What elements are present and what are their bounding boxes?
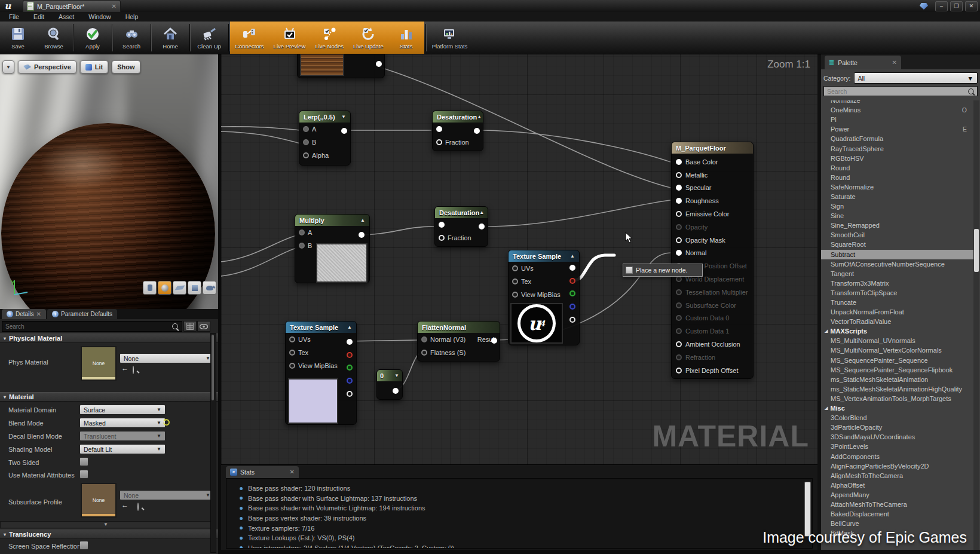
section-translucency[interactable]: ▾ Translucency bbox=[0, 529, 218, 539]
palette-item[interactable]: UnpackNormalFromFloat bbox=[821, 307, 975, 317]
details-search-input[interactable] bbox=[2, 323, 172, 330]
palette-item[interactable]: Normalize bbox=[821, 100, 975, 105]
output-pin-b[interactable] bbox=[569, 304, 575, 310]
palette-item[interactable]: SumOfAConsecutiveNumberSequence bbox=[821, 259, 975, 269]
input-pin[interactable] bbox=[289, 363, 295, 369]
close-button[interactable]: ✕ bbox=[965, 1, 978, 11]
input-pin[interactable] bbox=[676, 237, 682, 243]
preview-viewport[interactable]: ▼ Perspective Lit Show Y bbox=[0, 54, 218, 309]
input-pin[interactable] bbox=[421, 350, 427, 356]
platform-stats-button[interactable]: Platform Stats bbox=[427, 22, 473, 54]
input-pin[interactable] bbox=[436, 126, 442, 132]
menu-item[interactable]: Edit bbox=[27, 13, 51, 20]
input-pin[interactable] bbox=[676, 159, 682, 165]
palette-item[interactable]: Sine bbox=[821, 211, 975, 221]
output-pin-g[interactable] bbox=[569, 290, 575, 296]
palette-item[interactable]: MS_SequencePainter_SequenceFlipbook bbox=[821, 365, 975, 375]
restore-button[interactable]: ❐ bbox=[950, 1, 963, 11]
output-pin[interactable] bbox=[393, 388, 399, 394]
palette-item[interactable]: Sign bbox=[821, 201, 975, 211]
palette-item[interactable]: TransformToClipSpace bbox=[821, 288, 975, 298]
visibility-button[interactable] bbox=[197, 321, 210, 332]
clean-up-button[interactable]: Clean Up bbox=[191, 22, 227, 54]
material-domain-select[interactable]: Surface▼ bbox=[79, 405, 166, 415]
category-select[interactable]: All▼ bbox=[854, 72, 978, 84]
section-material[interactable]: ▾ Material bbox=[0, 392, 218, 402]
palette-tab[interactable]: ≣ Palette ✕ bbox=[825, 56, 901, 69]
show-button[interactable]: Show bbox=[112, 60, 140, 74]
palette-item[interactable]: Pi bbox=[821, 115, 975, 124]
input-pin[interactable] bbox=[303, 152, 309, 158]
stats-tab[interactable]: » Stats ✕ bbox=[226, 466, 299, 478]
palette-item[interactable]: MS_MultiNormal_UVnormals bbox=[821, 336, 975, 345]
palette-item[interactable]: AlphaOffset bbox=[821, 480, 975, 490]
reset-to-default-icon[interactable] bbox=[163, 418, 170, 426]
palette-item[interactable]: Power E bbox=[821, 124, 975, 134]
advanced-expander[interactable]: ▼ bbox=[0, 521, 212, 528]
palette-item[interactable]: AlignFacingParticlesByVelocity2D bbox=[821, 461, 975, 471]
stats-toggle[interactable]: Stats bbox=[388, 22, 424, 54]
collapse-icon[interactable]: ▼ bbox=[394, 373, 399, 378]
browse-to-asset-icon[interactable] bbox=[137, 503, 139, 511]
preview-shape-sphere-button[interactable] bbox=[158, 281, 172, 295]
live-nodes-toggle[interactable]: Live Nodes bbox=[310, 22, 348, 54]
palette-item[interactable]: AlignMeshToTheCamera bbox=[821, 471, 975, 480]
details-search[interactable] bbox=[2, 321, 182, 332]
node-lerp[interactable]: Lerp(,,0.5)▼ ABAlpha bbox=[299, 111, 351, 166]
palette-item[interactable]: RayTracedSphere bbox=[821, 143, 975, 153]
collapse-icon[interactable]: ▼ bbox=[341, 114, 346, 120]
palette-item[interactable]: QuadraticFormula bbox=[821, 134, 975, 143]
preview-shape-mesh-button[interactable] bbox=[203, 281, 216, 295]
palette-search[interactable] bbox=[823, 86, 978, 96]
menu-item[interactable]: Help bbox=[119, 13, 145, 20]
connectors-toggle[interactable]: Connectors bbox=[230, 22, 269, 54]
input-pin[interactable] bbox=[436, 139, 442, 145]
input-pin[interactable] bbox=[676, 341, 682, 347]
node-constant-0[interactable]: 0▼ bbox=[376, 369, 403, 400]
input-pin[interactable] bbox=[512, 292, 518, 298]
input-pin[interactable] bbox=[299, 243, 305, 249]
input-pin[interactable] bbox=[676, 185, 682, 191]
input-pin[interactable] bbox=[676, 354, 682, 360]
scrollbar-thumb[interactable] bbox=[974, 229, 979, 272]
live-preview-toggle[interactable]: Live Preview bbox=[269, 22, 311, 54]
palette-item[interactable]: Sine_Remapped bbox=[821, 221, 975, 230]
output-pin-a[interactable] bbox=[347, 391, 353, 397]
collapse-icon[interactable]: ▲ bbox=[479, 210, 484, 215]
palette-item[interactable]: MS_SequencePainter_Sequence bbox=[821, 356, 975, 365]
tab-parameter-defaults[interactable]: i Parameter Defaults bbox=[47, 309, 117, 319]
palette-item[interactable]: Tangent bbox=[821, 269, 975, 278]
palette-item[interactable]: 3ColorBlend bbox=[821, 413, 975, 423]
view-options-grid-button[interactable] bbox=[183, 321, 197, 332]
blend-mode-select[interactable]: Masked▼ bbox=[79, 418, 166, 428]
output-pin-r[interactable] bbox=[569, 278, 575, 284]
palette-item[interactable]: Round bbox=[821, 163, 975, 173]
palette-item[interactable]: Truncate bbox=[821, 298, 975, 307]
input-pin[interactable] bbox=[676, 250, 682, 256]
browse-to-asset-icon[interactable] bbox=[133, 366, 134, 374]
node-desaturation-1[interactable]: Desaturation▲ Fraction bbox=[432, 111, 483, 151]
menu-item[interactable]: File bbox=[2, 13, 26, 20]
viewport-options-dropdown[interactable]: ▼ bbox=[2, 60, 14, 74]
screen-space-reflections-checkbox[interactable] bbox=[79, 541, 88, 550]
palette-item[interactable]: SmoothCeil bbox=[821, 230, 975, 240]
subsurface-profile-thumbnail[interactable]: None bbox=[81, 483, 117, 518]
input-pin[interactable] bbox=[299, 229, 305, 235]
use-selected-icon[interactable]: ← bbox=[121, 365, 128, 372]
marketplace-icon[interactable] bbox=[920, 3, 928, 10]
palette-item[interactable]: 3dParticleOpacity bbox=[821, 423, 975, 432]
input-pin[interactable] bbox=[676, 172, 682, 178]
search-button[interactable]: Search bbox=[114, 22, 149, 54]
menu-item[interactable]: Window bbox=[82, 13, 117, 20]
browse-button[interactable]: Browse bbox=[36, 22, 72, 54]
output-pin[interactable] bbox=[491, 338, 497, 344]
palette-item[interactable]: 3DSandMayaUVCoordinates bbox=[821, 432, 975, 442]
palette-item[interactable]: Misc bbox=[821, 403, 975, 413]
palette-item[interactable]: AttachMeshToTheCamera bbox=[821, 500, 975, 509]
minimize-button[interactable]: – bbox=[935, 1, 948, 11]
output-pin-g[interactable] bbox=[347, 365, 353, 371]
palette-item[interactable]: OneMinus O bbox=[821, 105, 975, 115]
tab-close-icon[interactable]: ✕ bbox=[290, 469, 295, 475]
palette-item[interactable]: BellCurve bbox=[821, 519, 975, 528]
scrollbar-thumb[interactable] bbox=[212, 335, 214, 400]
